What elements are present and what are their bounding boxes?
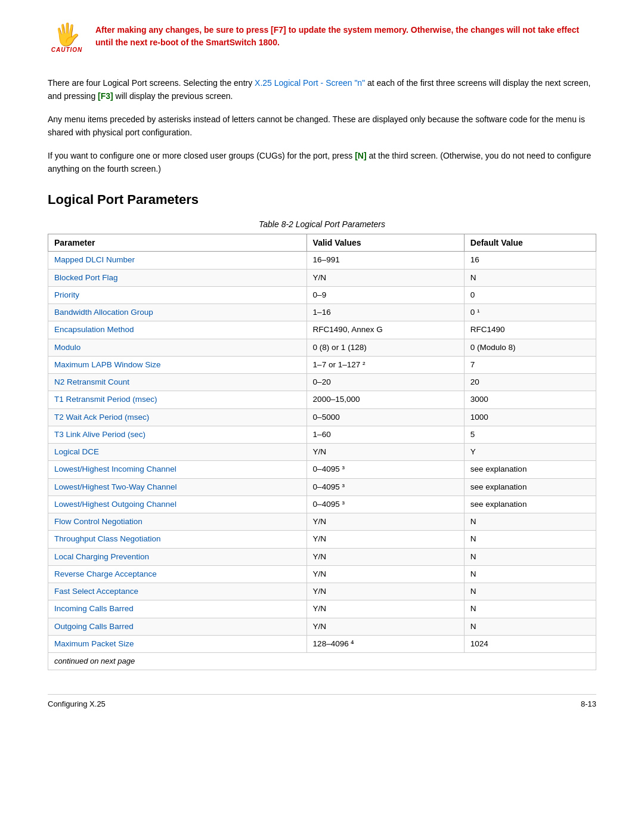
- param-name-cell: Lowest/Highest Two-Way Channel: [48, 478, 307, 496]
- valid-values-cell: Y/N: [306, 444, 464, 461]
- default-value-cell: 0: [464, 286, 596, 304]
- param-name-cell: N2 Retransmit Count: [48, 374, 307, 391]
- valid-values-cell: Y/N: [306, 618, 464, 635]
- valid-values-cell: Y/N: [306, 600, 464, 618]
- caution-label: CAUTION: [51, 47, 83, 53]
- param-name-cell: Lowest/Highest Incoming Channel: [48, 461, 307, 478]
- valid-values-cell: Y/N: [306, 269, 464, 286]
- default-value-cell: N: [464, 618, 596, 635]
- param-name-cell: T1 Retransmit Period (msec): [48, 391, 307, 408]
- param-name-cell: Outgoing Calls Barred: [48, 618, 307, 635]
- valid-values-cell: Y/N: [306, 583, 464, 600]
- param-name-cell: Flow Control Negotiation: [48, 513, 307, 531]
- footer-left: Configuring X.25: [48, 699, 106, 708]
- param-name-cell: Lowest/Highest Outgoing Channel: [48, 496, 307, 513]
- table-row: Flow Control NegotiationY/NN: [48, 513, 596, 531]
- table-row: Lowest/Highest Outgoing Channel0–4095 ³s…: [48, 496, 596, 513]
- valid-values-cell: Y/N: [306, 565, 464, 583]
- table-continued: continued on next page: [48, 653, 596, 670]
- valid-values-cell: 0–20: [306, 374, 464, 391]
- param-name-cell: Reverse Charge Acceptance: [48, 565, 307, 583]
- default-value-cell: 5: [464, 426, 596, 443]
- default-value-cell: N: [464, 531, 596, 548]
- paragraph-3: If you want to configure one or more clo…: [48, 149, 596, 176]
- table-row: Logical DCEY/NY: [48, 444, 596, 461]
- default-value-cell: 7: [464, 356, 596, 373]
- param-name-cell: Maximum Packet Size: [48, 635, 307, 652]
- col-header-valid-values: Valid Values: [306, 234, 464, 252]
- table-row: Blocked Port FlagY/NN: [48, 269, 596, 286]
- valid-values-cell: 1–7 or 1–127 ²: [306, 356, 464, 373]
- hand-icon: 🖐: [54, 24, 80, 45]
- table-row: T2 Wait Ack Period (msec)0–50001000: [48, 408, 596, 426]
- default-value-cell: 16: [464, 252, 596, 269]
- param-name-cell: Bandwidth Allocation Group: [48, 304, 307, 321]
- table-row: Maximum Packet Size128–4096 ⁴1024: [48, 635, 596, 652]
- valid-values-cell: 0–4095 ³: [306, 478, 464, 496]
- default-value-cell: see explanation: [464, 478, 596, 496]
- default-value-cell: see explanation: [464, 461, 596, 478]
- paragraph-1: There are four Logical Port screens. Sel…: [48, 76, 596, 103]
- default-value-cell: 20: [464, 374, 596, 391]
- table-row: Encapsulation MethodRFC1490, Annex GRFC1…: [48, 321, 596, 339]
- param-name-cell: Local Charging Prevention: [48, 548, 307, 565]
- param-name-cell: T2 Wait Ack Period (msec): [48, 408, 307, 426]
- table-row: T1 Retransmit Period (msec)2000–15,00030…: [48, 391, 596, 408]
- valid-values-cell: 0 (8) or 1 (128): [306, 339, 464, 356]
- link-n: [N]: [355, 151, 366, 160]
- caution-box: 🖐 CAUTION After making any changes, be s…: [48, 24, 596, 62]
- table-row: Throughput Class NegotiationY/NN: [48, 531, 596, 548]
- table-row: Maximum LAPB Window Size1–7 or 1–127 ²7: [48, 356, 596, 373]
- col-header-default-value: Default Value: [464, 234, 596, 252]
- logical-port-parameters-table: Parameter Valid Values Default Value Map…: [48, 234, 596, 670]
- valid-values-cell: 0–4095 ³: [306, 461, 464, 478]
- table-row: Fast Select AcceptanceY/NN: [48, 583, 596, 600]
- link-f3: [F3]: [98, 91, 113, 101]
- default-value-cell: N: [464, 269, 596, 286]
- default-value-cell: see explanation: [464, 496, 596, 513]
- default-value-cell: 0 ¹: [464, 304, 596, 321]
- table-caption: Table 8-2 Logical Port Parameters: [48, 219, 596, 229]
- default-value-cell: N: [464, 513, 596, 531]
- param-name-cell: Blocked Port Flag: [48, 269, 307, 286]
- table-row: Incoming Calls BarredY/NN: [48, 600, 596, 618]
- table-row: Lowest/Highest Two-Way Channel0–4095 ³se…: [48, 478, 596, 496]
- param-name-cell: Maximum LAPB Window Size: [48, 356, 307, 373]
- default-value-cell: N: [464, 565, 596, 583]
- section-heading: Logical Port Parameters: [48, 192, 596, 208]
- valid-values-cell: 2000–15,000: [306, 391, 464, 408]
- table-row: Bandwidth Allocation Group1–160 ¹: [48, 304, 596, 321]
- param-name-cell: Logical DCE: [48, 444, 307, 461]
- table-row: Modulo0 (8) or 1 (128)0 (Modulo 8): [48, 339, 596, 356]
- valid-values-cell: 128–4096 ⁴: [306, 635, 464, 652]
- default-value-cell: Y: [464, 444, 596, 461]
- valid-values-cell: RFC1490, Annex G: [306, 321, 464, 339]
- paragraph-2: Any menu items preceded by asterisks ins…: [48, 113, 596, 140]
- footer-right: 8-13: [581, 699, 596, 708]
- param-name-cell: Mapped DLCI Number: [48, 252, 307, 269]
- link-x25-screen: X.25 Logical Port - Screen "n": [255, 78, 365, 88]
- default-value-cell: 0 (Modulo 8): [464, 339, 596, 356]
- default-value-cell: 1024: [464, 635, 596, 652]
- default-value-cell: N: [464, 548, 596, 565]
- param-name-cell: Encapsulation Method: [48, 321, 307, 339]
- valid-values-cell: 1–16: [306, 304, 464, 321]
- param-name-cell: T3 Link Alive Period (sec): [48, 426, 307, 443]
- valid-values-cell: 0–5000: [306, 408, 464, 426]
- caution-icon: 🖐 CAUTION: [48, 24, 86, 62]
- valid-values-cell: 1–60: [306, 426, 464, 443]
- default-value-cell: N: [464, 583, 596, 600]
- table-row: Mapped DLCI Number16–99116: [48, 252, 596, 269]
- default-value-cell: 1000: [464, 408, 596, 426]
- table-row: Priority0–90: [48, 286, 596, 304]
- valid-values-cell: 16–991: [306, 252, 464, 269]
- default-value-cell: N: [464, 600, 596, 618]
- valid-values-cell: Y/N: [306, 513, 464, 531]
- table-row: Lowest/Highest Incoming Channel0–4095 ³s…: [48, 461, 596, 478]
- param-name-cell: Priority: [48, 286, 307, 304]
- page-footer: Configuring X.25 8-13: [48, 694, 596, 708]
- valid-values-cell: 0–4095 ³: [306, 496, 464, 513]
- caution-text: After making any changes, be sure to pre…: [95, 24, 596, 49]
- param-name-cell: Throughput Class Negotiation: [48, 531, 307, 548]
- default-value-cell: RFC1490: [464, 321, 596, 339]
